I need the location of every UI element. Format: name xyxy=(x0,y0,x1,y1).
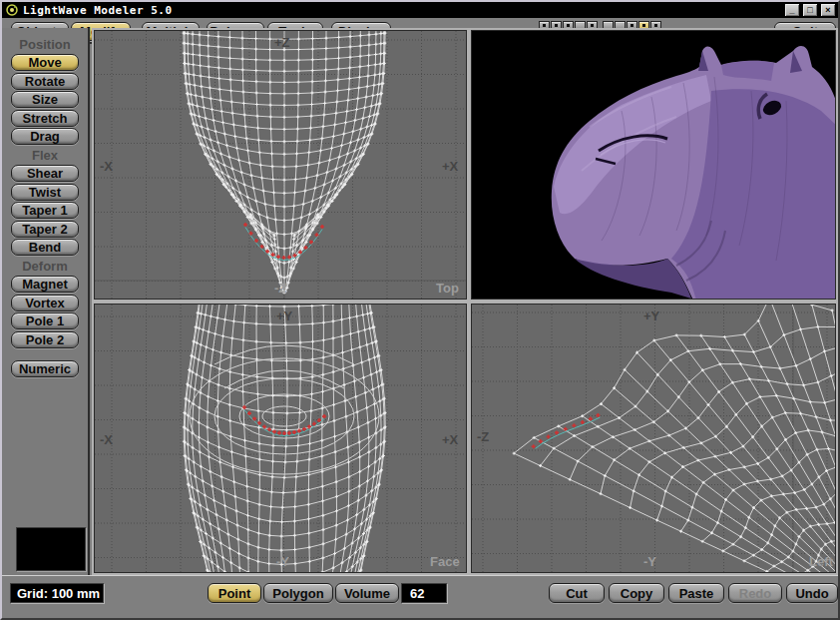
tool-shear[interactable]: Shear xyxy=(11,165,79,182)
mode-polygon[interactable]: Polygon xyxy=(263,583,333,603)
viewport-left[interactable]: +Y -Z -Y Left xyxy=(471,304,836,573)
app-window: LightWave Modeler 5.0 _ □ × Objects Modi… xyxy=(0,0,840,620)
selection-count: 62 xyxy=(401,583,447,603)
tool-size[interactable]: Size xyxy=(11,91,79,108)
group-title-position: Position xyxy=(2,37,88,51)
view-name-face: Face xyxy=(430,554,460,569)
tool-sidebar: Position Move Rotate Size Stretch Drag F… xyxy=(2,28,90,575)
paste-button[interactable]: Paste xyxy=(668,583,724,603)
view-name-left: Left xyxy=(809,554,833,569)
tool-twist[interactable]: Twist xyxy=(11,184,79,201)
close-icon[interactable]: × xyxy=(820,3,836,17)
tool-stretch[interactable]: Stretch xyxy=(11,110,79,127)
axis-label-top: +Y xyxy=(643,309,659,323)
minimize-icon[interactable]: _ xyxy=(784,3,800,17)
window-title: LightWave Modeler 5.0 xyxy=(23,4,173,17)
wireframe-face-view xyxy=(95,305,467,573)
undo-button[interactable]: Undo xyxy=(786,583,838,603)
tool-bend[interactable]: Bend xyxy=(11,239,79,256)
tool-rotate[interactable]: Rotate xyxy=(11,73,79,90)
grid-size-display: Grid: 100 mm xyxy=(10,583,104,603)
viewport-face[interactable]: +Y -X +X -Y Face xyxy=(94,304,467,573)
axis-label-bottom: -Y xyxy=(643,554,656,569)
tool-taper1[interactable]: Taper 1 xyxy=(11,202,79,219)
axis-label-right: +X xyxy=(442,159,458,174)
viewport-perspective[interactable] xyxy=(471,30,836,300)
title-bar: LightWave Modeler 5.0 _ □ × xyxy=(2,2,838,18)
viewport-area: +Z -X +X -Z Top xyxy=(92,28,838,575)
axis-label-left: -X xyxy=(100,159,113,174)
axis-label-left: -X xyxy=(100,432,113,447)
wireframe-top-view xyxy=(95,31,467,300)
group-title-deform: Deform xyxy=(2,259,88,273)
maximize-icon[interactable]: □ xyxy=(802,3,818,17)
mode-volume[interactable]: Volume xyxy=(335,583,399,603)
axis-label-left: -Z xyxy=(477,429,489,444)
cut-button[interactable]: Cut xyxy=(549,583,605,603)
tool-vortex[interactable]: Vortex xyxy=(11,295,79,311)
tool-magnet[interactable]: Magnet xyxy=(11,276,79,293)
axis-label-bottom: -Y xyxy=(276,554,289,569)
tool-move[interactable]: Move xyxy=(11,54,79,71)
tool-taper2[interactable]: Taper 2 xyxy=(11,221,79,238)
surface-color-swatch[interactable] xyxy=(16,527,86,571)
tool-pole1[interactable]: Pole 1 xyxy=(11,312,79,329)
group-title-flex: Flex xyxy=(2,148,88,162)
axis-label-top: +Y xyxy=(276,309,292,323)
tool-pole2[interactable]: Pole 2 xyxy=(11,331,79,348)
numeric-button[interactable]: Numeric xyxy=(11,360,79,377)
mode-point[interactable]: Point xyxy=(208,583,261,603)
axis-label-bottom: -Z xyxy=(274,281,286,296)
copy-button[interactable]: Copy xyxy=(609,583,664,603)
view-name-top: Top xyxy=(436,281,459,296)
model-head xyxy=(472,31,836,300)
redo-button[interactable]: Redo xyxy=(728,583,782,603)
wireframe-left-view xyxy=(472,305,836,573)
axis-label-right: +X xyxy=(442,432,458,447)
app-icon xyxy=(6,4,18,16)
status-bar: Grid: 100 mm Point Polygon Volume 62 Cut… xyxy=(2,575,838,618)
viewport-top[interactable]: +Z -X +X -Z Top xyxy=(94,30,467,300)
tool-drag[interactable]: Drag xyxy=(11,128,79,145)
axis-label-top: +Z xyxy=(274,35,290,50)
